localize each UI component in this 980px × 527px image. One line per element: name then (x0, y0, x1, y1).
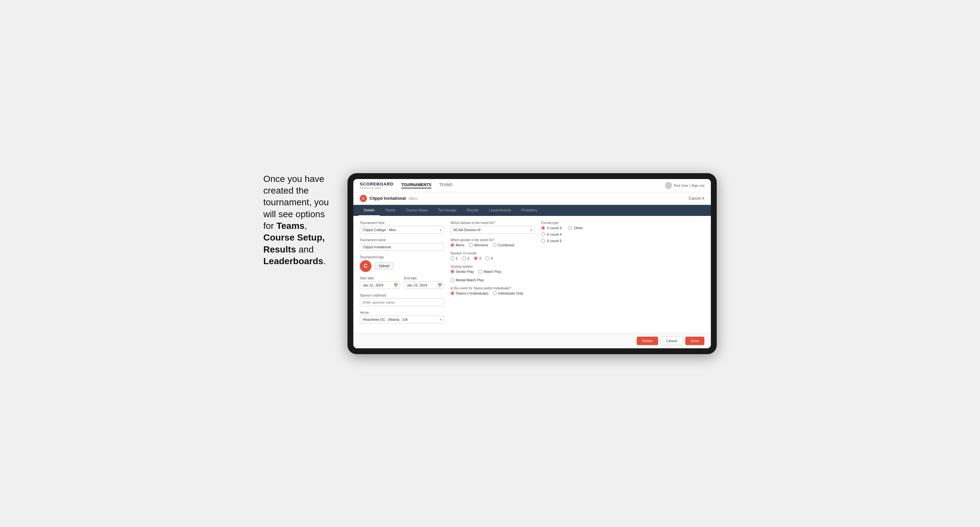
tournament-header: C Clippd Invitational (Men) Cancel X (353, 192, 711, 205)
save-button[interactable]: Save (685, 337, 705, 345)
event-type-radio-group: Teams (+Individuals) Individuals Only (450, 291, 535, 295)
end-date-label: End date (404, 276, 444, 280)
venue-field-group: Venue Peachtree GC - Atlanta - GA (360, 311, 444, 323)
rounds-1-label: 1 (456, 256, 458, 260)
rounds-2-label: 2 (467, 256, 469, 260)
user-text[interactable]: Test User | Sign out (673, 184, 705, 187)
host-select[interactable]: Clippd College - Men (360, 226, 444, 234)
rounds-3-radio[interactable] (474, 256, 478, 260)
rounds-3[interactable]: 3 (474, 256, 481, 260)
format-left-col: 5 count 4 6 count 4 6 count 5 (541, 226, 562, 243)
division-label: Which division is the event for? (450, 221, 535, 225)
scoring-match-label: Match Play (484, 270, 501, 273)
gender-mens-radio[interactable] (450, 243, 454, 247)
event-type-field-group: Is this event for Teams and/or Individua… (450, 286, 535, 295)
end-date-wrapper: 📅 (404, 281, 444, 289)
host-select-wrapper: Clippd College - Men (360, 226, 444, 234)
delete-button[interactable]: Delete (637, 337, 658, 345)
gender-combined-radio[interactable] (493, 243, 496, 247)
tab-nav: Details Teams Course Setup Tee Groups Re… (353, 205, 711, 216)
upload-button[interactable]: Upload (375, 262, 393, 270)
logo-sub: Powered by clippd (360, 186, 393, 189)
scoring-stroke-radio[interactable] (450, 270, 454, 273)
tab-details[interactable]: Details (358, 205, 380, 216)
start-date-wrapper: 📅 (360, 281, 400, 289)
rounds-2[interactable]: 2 (462, 256, 469, 260)
tab-teams[interactable]: Teams (380, 205, 401, 216)
format-radio-group: 5 count 4 6 count 4 6 count 5 (541, 226, 705, 243)
logo-label: Tournament logo (360, 256, 444, 259)
rounds-4-label: 4 (491, 256, 493, 260)
start-date-icon: 📅 (393, 283, 398, 287)
event-type-label: Is this event for Teams and/or Individua… (450, 286, 535, 290)
event-teams-radio[interactable] (450, 291, 454, 295)
event-individuals-label: Individuals Only (498, 291, 523, 295)
end-date-icon: 📅 (438, 283, 442, 287)
sponsor-field-group: Sponsor (optional) (360, 294, 444, 306)
tournament-subtitle: (Men) (409, 197, 418, 200)
scoring-medal-radio[interactable] (450, 278, 454, 282)
division-select[interactable]: NCAA Division III (450, 226, 535, 234)
venue-select[interactable]: Peachtree GC - Atlanta - GA (360, 316, 444, 323)
format-5count4[interactable]: 5 count 4 (541, 226, 562, 230)
event-teams[interactable]: Teams (+Individuals) (450, 291, 488, 295)
format-6count4-radio[interactable] (541, 232, 545, 236)
scoring-medal-match[interactable]: Medal Match Play (450, 278, 484, 282)
tab-course-setup[interactable]: Course Setup (401, 205, 433, 216)
rounds-1[interactable]: 1 (450, 256, 458, 260)
format-other[interactable]: Other (568, 226, 583, 230)
middle-panel: Which division is the event for? NCAA Di… (450, 221, 535, 328)
format-5count4-radio[interactable] (541, 226, 545, 230)
date-row: Start date 📅 End date 📅 (360, 276, 444, 289)
gender-mens[interactable]: Mens (450, 243, 465, 247)
host-field-group: Tournament Host Clippd College - Men (360, 221, 444, 234)
sponsor-input[interactable] (360, 298, 444, 306)
sidebar-text: Once you have created the tournament, yo… (263, 173, 334, 267)
format-label: Format type (541, 221, 705, 225)
venue-label: Venue (360, 311, 444, 314)
cancel-header-button[interactable]: Cancel X (689, 196, 705, 201)
format-other-radio[interactable] (568, 226, 572, 230)
nav-left: SCOREBOARD Powered by clippd TOURNAMENTS… (360, 182, 452, 189)
format-6count5[interactable]: 6 count 5 (541, 239, 562, 243)
scoring-stroke[interactable]: Stroke Play (450, 270, 474, 273)
start-date-label: Start date (360, 276, 400, 280)
gender-field-group: Which gender is the event for? Mens Wome… (450, 238, 535, 247)
format-6count4-label: 6 count 4 (547, 232, 562, 236)
rounds-label: Number of rounds (450, 252, 535, 255)
event-individuals[interactable]: Individuals Only (493, 291, 523, 295)
name-input[interactable] (360, 243, 444, 251)
gender-womens-radio[interactable] (469, 243, 473, 247)
tab-leaderboards[interactable]: Leaderboards (484, 205, 516, 216)
tab-printables[interactable]: Printables (516, 205, 542, 216)
rounds-2-radio[interactable] (462, 256, 466, 260)
nav-teams[interactable]: TEAMS (439, 183, 452, 188)
scoring-match-radio[interactable] (478, 270, 482, 273)
tab-results[interactable]: Results (461, 205, 484, 216)
gender-combined-label: Combined (498, 243, 514, 247)
format-5count4-label: 5 count 4 (547, 226, 562, 230)
scoring-field-group: Scoring system Stroke Play Match Play (450, 265, 535, 282)
tab-tee-groups[interactable]: Tee Groups (433, 205, 461, 216)
start-date-group: Start date 📅 (360, 276, 400, 289)
scoring-stroke-label: Stroke Play (456, 270, 474, 273)
name-field-group: Tournament name (360, 238, 444, 251)
gender-combined[interactable]: Combined (493, 243, 514, 247)
nav-tournaments[interactable]: TOURNAMENTS (401, 183, 431, 188)
event-individuals-radio[interactable] (493, 291, 497, 295)
left-panel: Tournament Host Clippd College - Men Tou… (360, 221, 444, 328)
rounds-1-radio[interactable] (450, 256, 454, 260)
rounds-4[interactable]: 4 (485, 256, 493, 260)
scoring-match[interactable]: Match Play (478, 270, 501, 273)
user-avatar-icon (665, 182, 672, 189)
gender-womens-label: Womens (474, 243, 488, 247)
gender-womens[interactable]: Womens (469, 243, 488, 247)
cancel-button[interactable]: Cancel (661, 337, 683, 345)
gender-radio-group: Mens Womens Combined (450, 243, 535, 247)
rounds-4-radio[interactable] (485, 256, 489, 260)
format-6count4[interactable]: 6 count 4 (541, 232, 562, 236)
tournament-name: Clippd Invitational (369, 196, 406, 201)
scoring-label: Scoring system (450, 265, 535, 268)
format-6count5-radio[interactable] (541, 239, 545, 243)
name-label: Tournament name (360, 238, 444, 242)
